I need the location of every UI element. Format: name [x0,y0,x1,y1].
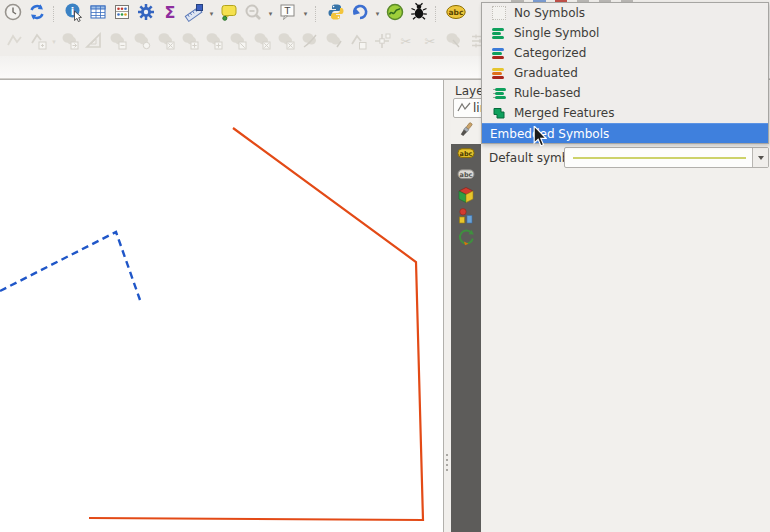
menu-item-single-symbol[interactable]: Single Symbol [482,23,768,43]
simplify-feature-button [154,31,178,53]
toolbar-separator [435,6,440,22]
sum-features-icon: Σ [160,2,180,26]
graduated-icon [492,66,506,80]
measure-button[interactable] [183,3,205,25]
bug-button[interactable] [408,3,430,25]
tab-labels[interactable]: abc [451,144,481,165]
split-parts-button: ✂ [418,31,442,53]
zoom-last-button[interactable] [242,3,264,25]
dropdown-arrow-button[interactable] [752,148,768,167]
merge-features-icon [444,31,464,54]
plugin-icon [385,2,405,26]
delete-part-button [274,31,298,53]
undo-button[interactable] [349,3,371,25]
statistical-summary-icon [112,2,132,26]
offset-curve-button [298,31,322,53]
map-canvas[interactable] [0,79,444,532]
refresh-button[interactable] [26,3,48,25]
measure-icon [184,2,204,26]
menu-item-label: Rule-based [514,86,581,100]
split-features-button: ✂ [394,31,418,53]
vertex-filter-button [346,31,370,53]
delete-ring-button [250,31,274,53]
svg-text:Σ: Σ [165,3,176,22]
menu-item-label: No Symbols [514,6,585,20]
cad-tools-icon [84,31,104,54]
vertex-editor-icon [372,31,392,54]
svg-text:i: i [71,6,74,17]
sum-features-button[interactable]: Σ [159,3,181,25]
chevron-down-icon [758,156,764,160]
dropdown-arrow-icon[interactable]: ▾ [373,10,382,18]
svg-text:abc: abc [460,170,473,178]
reshape-features-button [322,31,346,53]
history-icon [457,228,475,250]
current-edits-icon [4,31,24,54]
clock-icon [3,2,23,26]
rotate-feature-icon [132,31,152,54]
processing-toolbox-icon [136,2,156,26]
menu-item-graduated[interactable]: Graduated [482,63,768,83]
add-part-button [202,31,226,53]
rotate-feature-button [130,31,154,53]
menu-item-no-symbols[interactable]: No Symbols [482,3,768,23]
dropdown-arrow-icon: ▾ [50,38,58,46]
vertex-editor-button [370,31,394,53]
menu-item-label: Single Symbol [514,26,599,40]
tab-diagrams[interactable] [451,207,481,228]
label-toolbar-button[interactable]: abc [445,3,467,25]
copy-move-feature-icon [108,31,128,54]
menu-item-embedded-symbols[interactable]: Embedded Symbols [482,123,768,143]
menu-item-label: Embedded Symbols [490,127,609,141]
svg-text:✂: ✂ [425,34,436,49]
statistical-summary-button[interactable] [111,3,133,25]
attribute-table-icon [88,2,108,26]
plugin-button[interactable] [384,3,406,25]
tab-history[interactable] [451,228,481,249]
line-symbol-preview [573,157,746,159]
merge-features-button [442,31,466,53]
identify-features-button[interactable]: i [63,3,85,25]
dropdown-arrow-icon[interactable]: ▾ [301,10,310,18]
processing-toolbox-button[interactable] [135,3,157,25]
layer-styling-panel: Layer lin abcabc Default symbol [451,79,770,532]
symbology-type-menu: No SymbolsSingle SymbolCategorizedGradua… [481,2,769,144]
copy-move-feature-button [106,31,130,53]
text-annotation-button[interactable]: T [277,3,299,25]
text-annotation-icon: T [278,2,298,26]
fill-ring-icon [228,31,248,54]
tab-masks[interactable]: abc [451,165,481,186]
svg-text:T: T [284,5,291,16]
diagram-icon [457,207,475,229]
red-line [89,128,423,520]
tab-symbology[interactable] [451,120,481,144]
toolbar-separator [53,6,58,22]
map-tips-button[interactable] [218,3,240,25]
dropdown-arrow-icon[interactable]: ▾ [207,10,216,18]
fill-ring-button [226,31,250,53]
labels-abc-icon: abc [457,144,475,166]
undo-icon [350,2,370,26]
default-symbol-dropdown[interactable] [564,147,769,168]
panel-splitter[interactable] [444,79,451,532]
menu-item-label: Categorized [514,46,586,60]
splitter-handle-icon[interactable] [446,454,448,472]
categorized-icon [492,46,506,60]
simplify-feature-icon [156,31,176,54]
menu-item-merged-features[interactable]: Merged Features [482,103,768,123]
svg-text:abc: abc [460,149,473,157]
tab-3d-view[interactable] [451,186,481,207]
menu-item-rule-based[interactable]: Rule-based [482,83,768,103]
qgis-window: iΣ▾▾T▾▾abc ▾✂✂ Layer lin abcabc Default … [0,0,770,532]
dropdown-arrow-icon[interactable]: ▾ [266,10,275,18]
python-console-button[interactable] [325,3,347,25]
split-parts-icon: ✂ [420,31,440,54]
vertex-tool-icon [28,31,48,54]
offset-curve-icon [300,31,320,54]
split-features-icon: ✂ [396,31,416,54]
no-symbols-icon [492,6,506,20]
clock-button[interactable] [2,3,24,25]
attribute-table-button[interactable] [87,3,109,25]
delete-part-icon [276,31,296,54]
menu-item-categorized[interactable]: Categorized [482,43,768,63]
